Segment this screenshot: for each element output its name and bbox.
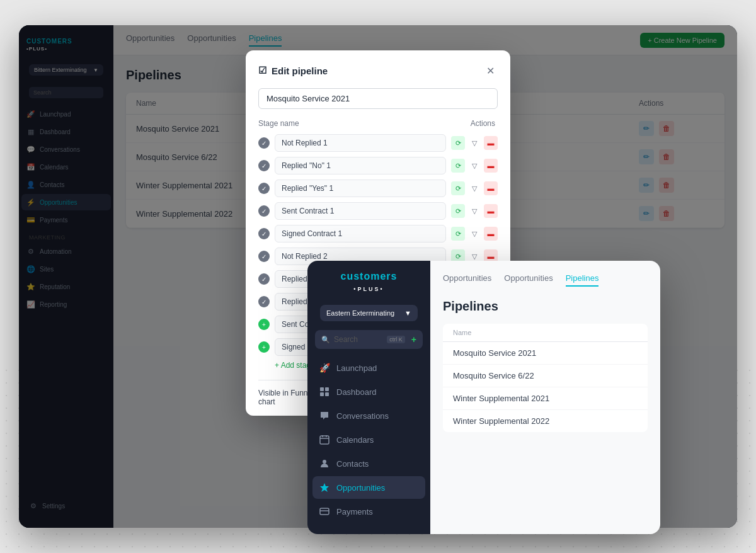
nav-label: Calendars [336,435,374,445]
nav-label: Payments [336,507,373,516]
zoom-main: Opportunities Opportunities Pipelines Pi… [430,261,660,534]
zoom-nav-contacts[interactable]: Contacts [312,452,425,475]
nav-label: Launchpad [336,363,377,373]
zoom-search-box[interactable]: 🔍 Search ctrl K + [315,330,423,349]
stage-copy-button[interactable]: ⟳ [451,136,465,150]
stage-icon: + [258,341,270,353]
zoom-account-container: Eastern Exterminating ▼ [312,301,425,325]
stage-copy-button[interactable]: ⟳ [451,159,465,173]
stage-filter-button[interactable]: ▽ [467,227,481,241]
account-name: Eastern Exterminating [326,309,394,317]
zoom-card: customers •PLUS• Eastern Exterminating ▼… [307,261,660,534]
dropdown-icon: ▼ [404,309,411,317]
stage-actions-header: Actions [471,119,495,128]
search-shortcut: ctrl K [387,336,405,343]
zoom-logo: customers •PLUS• [307,271,430,301]
stage-filter-button[interactable]: ▽ [467,204,481,218]
contacts-icon [319,458,330,469]
stage-icon: ✓ [258,273,270,285]
svg-rect-4 [320,436,329,444]
zoom-nav-calendars[interactable]: Calendars [312,428,425,451]
zoom-nav-payments[interactable]: Payments [312,500,425,523]
table-header-name: Name [453,329,471,336]
zoom-nav-conversations[interactable]: Conversations [312,404,425,427]
search-add-icon[interactable]: + [411,334,416,345]
stage-delete-button[interactable]: ▬ [484,181,498,195]
stage-icon: ✓ [258,296,270,307]
calendars-icon [319,434,330,445]
stage-header: Stage name Actions [258,119,498,128]
zoom-page-title: Pipelines [443,299,648,314]
zoom-tabs: Opportunities Opportunities Pipelines [443,273,648,287]
stage-icon: ✓ [258,137,270,149]
zoom-nav-launchpad[interactable]: 🚀 Launchpad [312,356,425,379]
modal-close-button[interactable]: ✕ [483,63,498,78]
stage-icon: ✓ [258,205,270,217]
svg-rect-0 [320,387,324,391]
stage-icon: ✓ [258,183,270,194]
zoom-tab-pipelines[interactable]: Pipelines [566,273,599,287]
dashboard-icon [319,386,330,397]
stage-icon: ✓ [258,160,270,171]
modal-header: ☑ Edit pipeline ✕ [258,63,498,78]
zoom-table-row: Mosquito Service 2021 [443,342,648,365]
zoom-nav: 🚀 Launchpad Dashboard Conversations Ca [307,356,430,523]
zoom-nav-dashboard[interactable]: Dashboard [312,380,425,403]
stage-copy-button[interactable]: ⟳ [451,181,465,195]
zoom-pipelines-table: Name Mosquito Service 2021 Mosquito Serv… [443,324,648,432]
svg-rect-1 [325,387,329,391]
zoom-table-row: Mosquito Service 6/22 [443,365,648,387]
stage-delete-button[interactable]: ▬ [484,159,498,173]
stage-row: ✓ ⟳ ▽ ▬ [258,157,498,174]
stage-copy-button[interactable]: ⟳ [451,227,465,241]
payments-icon [319,506,330,517]
zoom-tab-opportunities-2[interactable]: Opportunities [504,273,553,287]
svg-rect-10 [320,508,329,515]
nav-label: Conversations [336,411,389,421]
svg-marker-9 [320,483,329,492]
stage-input[interactable] [275,157,446,174]
nav-label: Opportunities [336,483,385,493]
stage-row: ✓ ⟳ ▽ ▬ [258,134,498,152]
search-icon: 🔍 [321,336,330,344]
stage-icon: ✓ [258,251,270,262]
zoom-table-header: Name [443,324,648,342]
zoom-logo-text: customers •PLUS• [318,271,420,294]
zoom-search-container: 🔍 Search ctrl K + [307,330,430,349]
nav-label: Dashboard [336,387,377,397]
stage-delete-button[interactable]: ▬ [484,136,498,150]
stage-delete-button[interactable]: ▬ [484,227,498,241]
launchpad-icon: 🚀 [319,362,330,373]
stage-filter-button[interactable]: ▽ [467,159,481,173]
zoom-tab-opportunities-1[interactable]: Opportunities [443,273,491,287]
stage-icon: + [258,319,270,330]
zoom-nav-opportunities[interactable]: Opportunities [312,476,425,499]
svg-rect-2 [320,392,324,396]
stage-input[interactable] [275,180,446,197]
svg-point-8 [323,460,326,464]
stage-input[interactable] [275,134,446,152]
stage-input[interactable] [275,202,446,220]
stage-actions: ⟳ ▽ ▬ [451,181,498,195]
stage-copy-button[interactable]: ⟳ [451,204,465,218]
opportunities-icon [319,482,330,493]
stage-delete-button[interactable]: ▬ [484,204,498,218]
zoom-sidebar: customers •PLUS• Eastern Exterminating ▼… [307,261,430,534]
modal-title-text: Edit pipeline [272,66,328,76]
stage-filter-button[interactable]: ▽ [467,181,481,195]
pipeline-name-input[interactable] [258,88,498,109]
customers-text: customers [341,271,398,282]
nav-label: Contacts [336,459,369,469]
edit-icon: ☑ [258,65,266,76]
svg-rect-3 [325,392,329,396]
stage-input[interactable] [275,225,446,242]
account-select[interactable]: Eastern Exterminating ▼ [320,305,418,321]
stage-row: ✓ ⟳ ▽ ▬ [258,202,498,220]
stage-filter-button[interactable]: ▽ [467,136,481,150]
stage-row: ✓ ⟳ ▽ ▬ [258,180,498,197]
stage-actions: ⟳ ▽ ▬ [451,136,498,150]
zoom-table-row: Winter Supplemental 2021 [443,387,648,410]
modal-title: ☑ Edit pipeline [258,65,328,76]
stage-actions: ⟳ ▽ ▬ [451,204,498,218]
stage-row: ✓ ⟳ ▽ ▬ [258,225,498,242]
